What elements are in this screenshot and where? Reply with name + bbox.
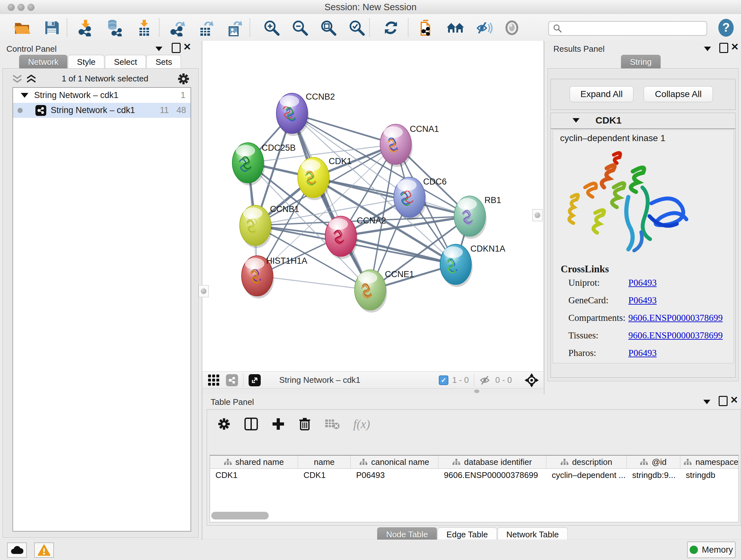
tab-node-table[interactable]: Node Table (377, 527, 437, 541)
save-session-button[interactable] (43, 18, 61, 37)
open-session-button[interactable] (13, 18, 31, 37)
import-table-button[interactable] (135, 18, 153, 37)
crosslink-link[interactable]: P06493 (628, 348, 657, 358)
zoom-out-button[interactable] (291, 18, 309, 37)
crosslink-link[interactable]: P06493 (628, 295, 657, 306)
memory-status-icon (690, 546, 698, 554)
node-label: CDC6 (423, 177, 447, 186)
search-input[interactable] (562, 23, 697, 34)
tab-network-table[interactable]: Network Table (497, 527, 568, 541)
delete-trash-icon[interactable] (298, 417, 311, 431)
network-node-CCNA1[interactable]: CCNA1 (380, 124, 439, 167)
column-tree-icon (640, 459, 648, 465)
panel-collapse-icon[interactable] (704, 47, 711, 51)
panel-close-icon[interactable]: ✕ (183, 43, 191, 51)
zoom-in-button[interactable] (262, 18, 281, 37)
network-node-HIST1H1A[interactable]: HIST1H1A (242, 256, 307, 299)
import-database-icon (106, 19, 123, 37)
panel-close-icon[interactable]: ✕ (730, 396, 738, 404)
network-canvas[interactable]: CCNB2CCNA1CDC25BCDK1CDC6RB1CCNB1CCNA2CDK… (202, 41, 543, 371)
panel-float-icon[interactable] (172, 43, 181, 53)
panel-float-icon[interactable] (719, 43, 728, 53)
column-header-description[interactable]: description (546, 455, 627, 469)
column-header-canonical-name[interactable]: canonical name (351, 455, 439, 469)
show-hide-panels-button[interactable] (475, 18, 493, 37)
network-row[interactable]: String Network – cdk1 11 48 (13, 103, 191, 118)
table-gear-icon[interactable] (217, 417, 231, 431)
warnings-button[interactable] (34, 543, 54, 558)
protein-header[interactable]: CDK1 (551, 113, 735, 129)
search-field[interactable] (548, 21, 707, 36)
column-header-namespace[interactable]: namespace (680, 455, 739, 469)
network-node-CCNB1[interactable]: CCNB1 (240, 204, 299, 248)
network-graph[interactable]: CCNB2CCNA1CDC25BCDK1CDC6RB1CCNB1CCNA2CDK… (202, 41, 543, 371)
section-collapse-icon[interactable] (572, 118, 580, 123)
refresh-button[interactable] (382, 18, 400, 37)
column-header-shared-name[interactable]: shared name (210, 455, 298, 469)
table-cell[interactable]: stringdb:9... (627, 469, 680, 482)
crosslink-link[interactable]: 9606.ENSP00000378699 (628, 330, 723, 341)
crosslink-link[interactable]: P06493 (628, 277, 657, 288)
tab-select[interactable]: Select (105, 55, 146, 69)
tab-style[interactable]: Style (68, 55, 105, 69)
add-column-icon[interactable] (272, 417, 285, 431)
selected-nodes-checkbox-icon[interactable]: ✓ (439, 375, 448, 385)
memory-button[interactable]: Memory (687, 542, 736, 558)
import-database-button[interactable] (105, 18, 124, 37)
help-button[interactable]: ? (717, 18, 735, 37)
share-view-icon[interactable] (226, 374, 238, 386)
birdseye-crosshair-icon[interactable] (525, 373, 539, 387)
left-splitter-handle[interactable] (199, 285, 209, 297)
table-cell[interactable]: stringdb (680, 469, 739, 482)
eye-button[interactable] (502, 18, 521, 37)
table-cell[interactable]: P06493 (351, 469, 439, 482)
column-header-name[interactable]: name (298, 455, 351, 469)
home-button[interactable] (446, 18, 465, 37)
network-collection-row[interactable]: String Network – cdk1 1 (13, 88, 191, 103)
column-header-database-identifier[interactable]: database identifier (439, 455, 546, 469)
network-options-gear-icon[interactable] (177, 72, 190, 85)
expand-all-icon[interactable] (26, 74, 37, 84)
panel-collapse-icon[interactable] (155, 47, 162, 51)
zoom-selected-button[interactable] (347, 18, 366, 37)
collapse-all-button[interactable]: Collapse All (644, 86, 713, 102)
column-header-@id[interactable]: @id (627, 455, 680, 469)
export-network-button[interactable] (169, 18, 187, 37)
tab-sets[interactable]: Sets (146, 55, 181, 69)
panel-collapse-icon[interactable] (703, 400, 711, 404)
import-network-button[interactable] (76, 18, 95, 37)
tab-network[interactable]: Network (19, 55, 67, 69)
panel-close-icon[interactable]: ✕ (731, 43, 739, 51)
export-table-button[interactable] (197, 18, 215, 37)
network-node-RB1[interactable]: RB1 (454, 195, 501, 239)
tree-expand-icon[interactable] (21, 93, 28, 98)
table-row[interactable]: CDK1CDK1P064939606.ENSP00000378699cyclin… (210, 469, 738, 482)
horizontal-scrollbar-thumb[interactable] (211, 512, 269, 519)
string-import-button[interactable] (417, 18, 436, 37)
right-splitter-handle[interactable] (532, 209, 542, 221)
crosslink-link[interactable]: 9606.ENSP00000378699 (628, 313, 723, 323)
cloud-button[interactable] (7, 543, 27, 558)
panel-float-icon[interactable] (719, 396, 728, 406)
table-cell[interactable]: cyclin–dependent ... (546, 469, 627, 482)
table-cell[interactable]: CDK1 (210, 469, 298, 482)
network-node-CCNE1[interactable]: CCNE1 (354, 269, 414, 313)
network-node-CDKN1A[interactable]: CDKN1A (440, 244, 506, 287)
network-node-CCNB2[interactable]: CCNB2 (276, 92, 335, 136)
column-label: name (314, 457, 334, 467)
grid-view-icon[interactable] (207, 374, 220, 387)
detach-view-icon[interactable] (249, 374, 261, 386)
hidden-eye-icon[interactable] (479, 375, 491, 386)
table-cell[interactable]: 9606.ENSP00000378699 (439, 469, 546, 482)
split-columns-icon[interactable] (244, 417, 258, 431)
tab-string[interactable]: String (621, 55, 661, 69)
horizontal-splitter[interactable] (202, 388, 543, 395)
column-tree-icon (224, 459, 232, 465)
expand-all-button[interactable]: Expand All (569, 86, 633, 102)
zoom-fit-button[interactable] (319, 18, 338, 37)
collapse-all-icon[interactable] (12, 74, 23, 84)
export-image-button[interactable] (225, 18, 244, 37)
tab-edge-table[interactable]: Edge Table (437, 527, 497, 541)
network-edge[interactable] (257, 276, 370, 290)
table-cell[interactable]: CDK1 (298, 469, 351, 482)
